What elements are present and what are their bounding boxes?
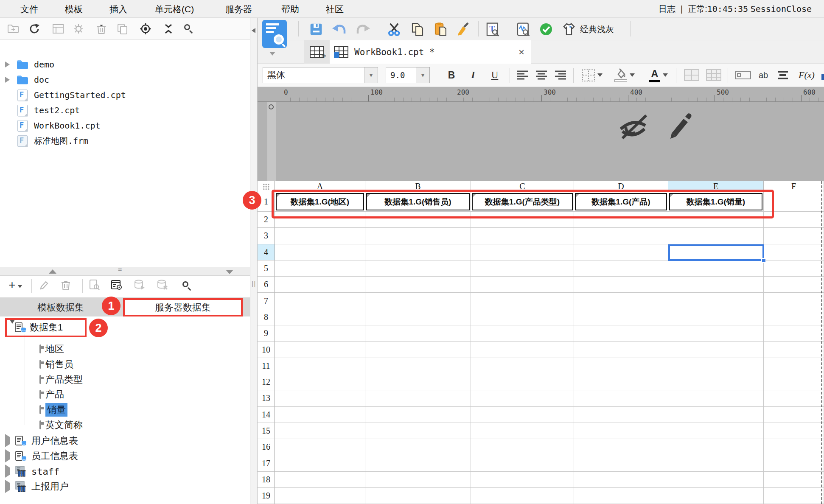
expander-open-icon[interactable] <box>0 324 13 331</box>
fill-handle[interactable] <box>761 258 766 263</box>
underline-button[interactable]: U <box>486 67 503 83</box>
cell-F19[interactable] <box>764 488 824 504</box>
cell-F10[interactable] <box>764 342 824 358</box>
fill-color-button[interactable] <box>610 67 639 83</box>
cell-C5[interactable] <box>471 260 574 277</box>
cell-F7[interactable] <box>764 293 824 309</box>
widget-editor-icon[interactable] <box>733 67 753 83</box>
menu-5[interactable]: 服务器 <box>225 3 252 15</box>
border-style-button[interactable] <box>577 67 607 83</box>
cell-B19[interactable] <box>365 488 471 504</box>
field-item-销量[interactable]: 销量 <box>0 402 250 417</box>
cell-C8[interactable] <box>471 309 574 325</box>
cell-E1[interactable]: 数据集1.G(销量) <box>668 192 764 212</box>
select-all-corner[interactable] <box>258 181 275 192</box>
cell-E9[interactable] <box>668 325 764 342</box>
cell-B10[interactable] <box>365 342 471 358</box>
cell-A4[interactable] <box>275 244 365 260</box>
splitter-up-icon[interactable] <box>49 269 56 274</box>
cell-C3[interactable] <box>471 228 574 244</box>
cut-icon[interactable] <box>386 21 403 37</box>
cell-C11[interactable] <box>471 358 574 374</box>
row-header-5[interactable]: 5 <box>258 260 275 277</box>
server-dataset-config-icon[interactable] <box>109 278 124 292</box>
dataset-splitter[interactable]: = <box>0 267 250 276</box>
row-header-16[interactable]: 16 <box>258 439 275 455</box>
cell-F4[interactable] <box>764 244 824 260</box>
cell-E6[interactable] <box>668 277 764 293</box>
menu-4[interactable]: 单元格(C) <box>155 3 194 15</box>
collapse-left-icon[interactable] <box>252 28 255 33</box>
cell-B2[interactable] <box>365 212 471 228</box>
settings-icon[interactable] <box>71 22 86 36</box>
cell-D7[interactable] <box>574 293 668 309</box>
column-header-D[interactable]: D <box>574 181 668 192</box>
cell-E8[interactable] <box>668 309 764 325</box>
row-header-14[interactable]: 14 <box>258 407 275 423</box>
cell-C13[interactable] <box>471 390 574 406</box>
paste-icon[interactable] <box>432 21 449 37</box>
italic-button[interactable]: I <box>465 67 482 83</box>
expander-icon[interactable] <box>0 452 13 460</box>
cell-E17[interactable] <box>668 455 764 471</box>
row-header-10[interactable]: 10 <box>258 342 275 358</box>
spreadsheet[interactable]: ABCDEF1数据集1.G(地区)数据集1.G(销售员)数据集1.G(产品类型)… <box>258 181 824 504</box>
font-family-select[interactable]: 黑体 ▾ <box>263 67 378 83</box>
cell-C10[interactable] <box>471 342 574 358</box>
bold-button[interactable]: B <box>443 67 460 83</box>
selected-cell-E4[interactable] <box>668 244 764 261</box>
cell-E5[interactable] <box>668 260 764 277</box>
cell-F9[interactable] <box>764 325 824 342</box>
tab-server-dataset[interactable]: 服务器数据集 <box>123 298 243 316</box>
cell-A11[interactable] <box>275 358 365 374</box>
copy-icon[interactable] <box>409 21 426 37</box>
cell-C6[interactable] <box>471 277 574 293</box>
cell-A15[interactable] <box>275 423 365 439</box>
cell-D12[interactable] <box>574 374 668 390</box>
expander-icon[interactable] <box>0 483 13 490</box>
new-folder-icon[interactable] <box>6 22 20 36</box>
theme-name-label[interactable]: 经典浅灰 <box>580 24 614 35</box>
cell-E18[interactable] <box>668 472 764 488</box>
cell-F11[interactable] <box>764 358 824 374</box>
cell-D9[interactable] <box>574 325 668 342</box>
file-tree-item-doc[interactable]: doc <box>0 72 250 87</box>
expander-icon[interactable] <box>0 468 13 475</box>
bound-cell-A1[interactable]: 数据集1.G(地区) <box>276 193 364 210</box>
report-canvas[interactable] <box>258 102 824 181</box>
connection-run-icon[interactable] <box>132 278 147 292</box>
cell-C2[interactable] <box>471 212 574 228</box>
field-item-销售员[interactable]: 销售员 <box>0 357 250 372</box>
cell-A8[interactable] <box>275 309 365 325</box>
connection-close-icon[interactable] <box>155 278 170 292</box>
tab-workbook1[interactable]: WorkBook1.cpt * × <box>330 40 531 64</box>
cell-F1[interactable] <box>764 192 824 212</box>
cell-F3[interactable] <box>764 228 824 244</box>
column-header-B[interactable]: B <box>365 181 471 192</box>
cell-A14[interactable] <box>275 407 365 423</box>
cell-A17[interactable] <box>275 455 365 471</box>
cell-D19[interactable] <box>574 488 668 504</box>
cell-D8[interactable] <box>574 309 668 325</box>
cell-E2[interactable] <box>668 212 764 228</box>
cell-C17[interactable] <box>471 455 574 471</box>
bound-cell-E1[interactable]: 数据集1.G(销量) <box>669 193 762 210</box>
cell-E13[interactable] <box>668 390 764 406</box>
dataset-node-用户信息表[interactable]: 用户信息表 <box>0 433 250 448</box>
delete-dataset-icon[interactable] <box>59 278 73 292</box>
file-tree-item-demo[interactable]: demo <box>0 57 250 72</box>
column-header-A[interactable]: A <box>275 181 365 192</box>
cell-A1[interactable]: 数据集1.G(地区) <box>275 192 365 212</box>
file-tree-item-test2.cpt[interactable]: Ftest2.cpt <box>0 103 250 118</box>
chevron-down-icon[interactable]: ▾ <box>416 67 429 83</box>
cell-B12[interactable] <box>365 374 471 390</box>
cell-D11[interactable] <box>574 358 668 374</box>
redo-icon[interactable] <box>354 21 371 37</box>
cell-A12[interactable] <box>275 374 365 390</box>
cell-E12[interactable] <box>668 374 764 390</box>
cell-D10[interactable] <box>574 342 668 358</box>
table-node-上报用户[interactable]: 上报用户 <box>0 479 250 494</box>
cell-B14[interactable] <box>365 407 471 423</box>
cell-F6[interactable] <box>764 277 824 293</box>
cell-B8[interactable] <box>365 309 471 325</box>
